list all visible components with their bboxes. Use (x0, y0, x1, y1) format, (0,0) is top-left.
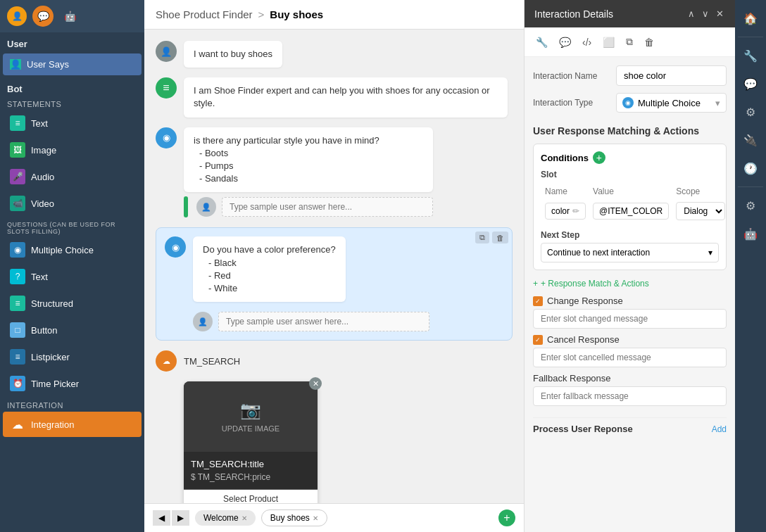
main-header: Shoe Product Finder > Buy shoes (144, 0, 524, 30)
interaction-name-input[interactable] (616, 65, 727, 86)
wrench-icon-btn[interactable]: 🔧 (738, 43, 763, 68)
sidebar-item-listpicker[interactable]: ≡ Listpicker (3, 344, 142, 369)
sidebar-item-image[interactable]: 🖼 Image (3, 137, 142, 163)
robot-icon-btn[interactable]: 🤖 (738, 221, 763, 246)
sidebar-item-text-q[interactable]: ? Text (3, 264, 142, 289)
panel-header: Interaction Details ∧ ∨ ✕ (525, 0, 735, 27)
select-product-btn[interactable]: Select Product (184, 489, 318, 503)
answer-field-1[interactable] (222, 197, 433, 217)
panel-close-btn[interactable]: ✕ (715, 7, 725, 20)
integration-category: Integration (0, 397, 144, 411)
card-close-btn[interactable]: ✕ (309, 377, 322, 390)
value-col-header: Value (590, 185, 672, 198)
change-response-checkbox[interactable]: ✓ (533, 296, 543, 306)
slot-scope-select[interactable]: Dialog Global (676, 202, 725, 220)
cancel-response-input[interactable] (533, 348, 727, 367)
urm-title: User Response Matching & Actions (533, 125, 727, 137)
color-option-red: Red (208, 270, 336, 282)
product-card-wrapper: ✕ 📷 UPDATE IMAGE TM_SEARCH:title $ TM_SE… (184, 381, 318, 503)
process-add-btn[interactable]: Add (712, 424, 727, 434)
change-response-input[interactable] (533, 309, 727, 329)
conditions-header: Conditions + (541, 151, 719, 164)
text-q-icon: ? (10, 269, 25, 284)
footer-tab-welcome[interactable]: Welcome ✕ (195, 510, 256, 526)
tool-code-btn[interactable]: ‹/› (579, 34, 594, 51)
color-question-chat: ◉ Do you have a color preference? Black … (165, 236, 503, 302)
button-icon: □ (10, 322, 25, 338)
slot-row: color ✏ @ITEM_COLOR Dialog (542, 199, 728, 223)
product-price: $ TM_SEARCH:price (191, 472, 310, 482)
gear-icon-btn[interactable]: ⚙ (738, 193, 763, 218)
process-section: Process User Reponse Add (533, 417, 727, 434)
panel-up-btn[interactable]: ∧ (686, 7, 696, 20)
settings-icon-btn[interactable]: ⚙ (738, 99, 763, 125)
tool-external-btn[interactable]: ⬜ (600, 34, 617, 51)
product-card: 📷 UPDATE IMAGE TM_SEARCH:title $ TM_SEAR… (184, 381, 318, 503)
fallback-response-section: Fallback Response (533, 373, 727, 406)
color-bubble: Do you have a color preference? Black Re… (193, 236, 346, 302)
fallback-input[interactable] (533, 386, 727, 406)
history-icon-btn[interactable]: 🕐 (738, 156, 763, 181)
slot-table-header: Name Value Scope (542, 185, 728, 198)
interaction-type-row: Interaction Type ◉ Multiple Choice ▾ (533, 93, 727, 113)
tm-avatar: ☁ (156, 350, 177, 372)
color-option-black: Black (208, 257, 336, 270)
slot-name-input[interactable]: color ✏ (545, 203, 586, 220)
plug-icon-btn[interactable]: 🔌 (738, 127, 763, 153)
footer-add-btn[interactable]: + (498, 509, 515, 526)
panel-content: Interaction Name Interaction Type ◉ Mult… (525, 57, 735, 532)
slot-value-input[interactable]: @ITEM_COLOR (593, 203, 669, 220)
chat-options-block: is there any particular style you have i… (184, 127, 433, 218)
user-avatar-1: 👤 (156, 41, 177, 62)
change-response-header: ✓ Change Response (533, 296, 727, 306)
sidebar-item-integration[interactable]: ☁ Integration (3, 412, 142, 437)
slot-table: Name Value Scope color ✏ (541, 184, 729, 224)
sidebar-chat-icon[interactable]: 💬 (32, 6, 54, 27)
add-condition-btn[interactable]: + (593, 151, 605, 164)
bot-avatar-3: ◉ (165, 236, 186, 258)
panel-down-btn[interactable]: ∨ (701, 7, 710, 20)
footer-tab-buy-shoes[interactable]: Buy shoes ✕ (261, 509, 327, 526)
cancel-response-checkbox[interactable]: ✓ (533, 335, 543, 345)
product-card-image: 📷 UPDATE IMAGE (184, 381, 318, 452)
nav-next-btn[interactable]: ▶ (172, 510, 189, 526)
nav-prev-btn[interactable]: ◀ (153, 510, 170, 526)
interaction-name-label: Interaction Name (533, 71, 610, 81)
chat-message-bot1: ≡ I am Shoe Finder expert and can help y… (156, 77, 513, 117)
home-icon-btn[interactable]: 🏠 (738, 6, 763, 31)
tool-copy-btn[interactable]: ⧉ (623, 33, 636, 51)
close-buy-shoes-icon[interactable]: ✕ (313, 514, 318, 522)
block-delete-btn[interactable]: 🗑 (492, 232, 508, 243)
answer-field-2[interactable] (218, 312, 429, 331)
next-step-select[interactable]: Continue to next interaction ▾ (541, 243, 719, 262)
integration-icon: ☁ (10, 417, 25, 432)
icon-bar-sep-1 (738, 37, 762, 37)
add-response-btn[interactable]: + + Response Match & Actions (533, 279, 727, 289)
next-step-label: Next Step (541, 230, 719, 240)
tool-settings-btn[interactable]: 🔧 (533, 34, 551, 51)
statements-category: Statements (0, 96, 144, 110)
interaction-name-row: Interaction Name (533, 65, 727, 86)
interaction-type-select[interactable]: ◉ Multiple Choice ▾ (616, 93, 727, 113)
name-col-header: Name (542, 185, 589, 198)
sidebar-item-user-says[interactable]: 👤 User Says (3, 53, 142, 75)
cancel-response-section: ✓ Cancel Response (533, 334, 727, 367)
tool-delete-btn[interactable]: 🗑 (641, 34, 657, 51)
bot-section-label: Bot (0, 78, 144, 96)
close-welcome-icon[interactable]: ✕ (241, 514, 247, 522)
sidebar-item-video[interactable]: 📹 Video (3, 191, 142, 216)
sidebar-item-timepicker[interactable]: ⏰ Time Picker (3, 371, 142, 396)
block-copy-btn[interactable]: ⧉ (475, 232, 489, 243)
sidebar-item-structured[interactable]: ≡ Structured (3, 291, 142, 316)
color-question-block: ⧉ 🗑 ◉ Do you have a color preference? Bl… (156, 227, 513, 341)
multiple-choice-icon: ◉ (10, 242, 25, 258)
sidebar-item-multiple-choice[interactable]: ◉ Multiple Choice (3, 237, 142, 262)
sidebar-item-audio[interactable]: 🎤 Audio (3, 164, 142, 189)
icon-bar-sep-2 (738, 186, 762, 187)
tool-chat-btn[interactable]: 💬 (556, 34, 574, 51)
chat-icon-btn[interactable]: 💬 (738, 71, 763, 96)
sidebar-bot-icon[interactable]: 🤖 (59, 6, 80, 27)
sidebar-item-text[interactable]: ≡ Text (3, 110, 142, 136)
sidebar-item-button[interactable]: □ Button (3, 317, 142, 343)
panel-title: Interaction Details (534, 8, 613, 20)
